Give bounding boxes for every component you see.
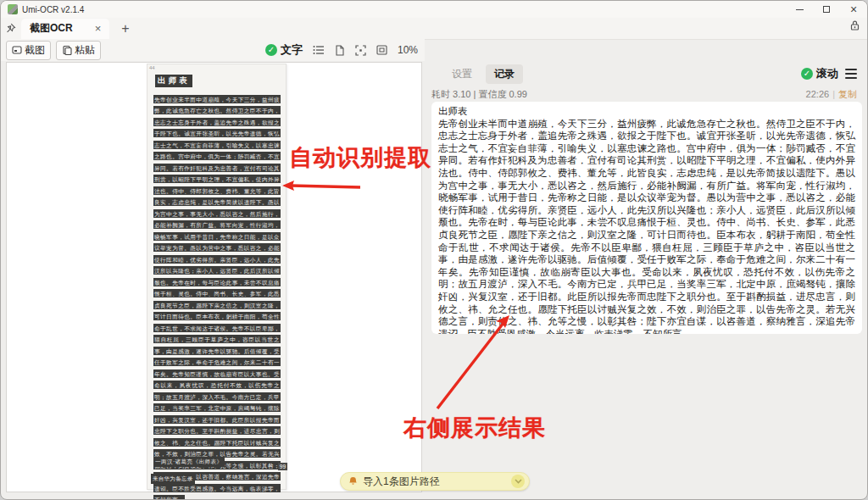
screenshot-button[interactable]: 截图 bbox=[6, 41, 51, 60]
notification-message: 导入1条图片路径 bbox=[363, 475, 440, 489]
timestamp: 22:26 bbox=[806, 89, 830, 99]
paste-label: 粘贴 bbox=[75, 43, 95, 58]
paste-button[interactable]: 粘贴 bbox=[56, 41, 101, 60]
elapsed-confidence: 耗时 3.10 | 置信度 0.99 bbox=[431, 88, 527, 101]
save-file-icon bbox=[335, 45, 345, 56]
records-menu-button[interactable] bbox=[845, 69, 857, 80]
maximize-button[interactable] bbox=[813, 1, 840, 18]
pin-button[interactable] bbox=[1, 19, 19, 38]
screenshot-label: 截图 bbox=[25, 43, 45, 58]
screenshot-icon bbox=[12, 45, 22, 55]
tab-records[interactable]: 记录 bbox=[486, 64, 523, 84]
minimize-icon bbox=[796, 9, 804, 10]
new-tab-button[interactable]: + bbox=[118, 22, 132, 36]
tab-screenshot-ocr[interactable]: 截图OCR × bbox=[21, 19, 109, 39]
chevron-down-icon bbox=[515, 479, 522, 484]
crop-corners-icon bbox=[355, 45, 366, 56]
tab-bar: 截图OCR × + bbox=[1, 18, 867, 40]
fit-view-button[interactable] bbox=[355, 45, 366, 56]
result-body: 先帝创业未半而中道崩殖，今天下三分，益州疲弊，此诚危急存亡之秋也。然侍卫之臣不于… bbox=[438, 118, 855, 334]
annotation-right-result: 右侧展示结果 bbox=[403, 413, 546, 443]
window-icon bbox=[376, 45, 387, 55]
window-view-button[interactable] bbox=[376, 45, 387, 55]
result-meta-row: 耗时 3.10 | 置信度 0.99 22:26 | 复制 bbox=[431, 87, 857, 101]
app-window: Umi-OCR v2.1.4 × 截图OCR × + bbox=[0, 0, 868, 500]
ocr-preview-image: 44 出师表 先帝创业未半而中道崩殖，今天下三分，益州疲弊，此诚危急存亡之秋也。… bbox=[147, 64, 287, 490]
close-button[interactable]: × bbox=[840, 1, 867, 18]
check-icon: ✓ bbox=[801, 68, 813, 80]
annotation-arrow-up-right bbox=[427, 313, 515, 413]
separator: | bbox=[832, 89, 835, 99]
save-file-button[interactable] bbox=[335, 45, 345, 56]
result-pane-header: 设置 记录 ✓ 滚动 bbox=[426, 64, 865, 84]
check-icon: ✓ bbox=[265, 44, 277, 56]
preview-title: 出师表 bbox=[155, 75, 192, 87]
preview-source: 来自华为备忘录 bbox=[151, 474, 195, 484]
tab-label: 截图OCR bbox=[30, 21, 73, 36]
list-icon bbox=[313, 45, 325, 55]
text-mode-toggle[interactable]: ✓ 文字 bbox=[265, 42, 303, 58]
text-mode-label: 文字 bbox=[281, 42, 303, 58]
app-logo-icon bbox=[8, 4, 18, 14]
lock-icon bbox=[849, 19, 860, 31]
title-bar: Umi-OCR v2.1.4 × bbox=[1, 1, 867, 18]
preview-badge: 99 bbox=[278, 463, 287, 470]
tab-close-icon[interactable]: × bbox=[95, 23, 102, 34]
tab-settings[interactable]: 设置 bbox=[443, 64, 481, 84]
zoom-level[interactable]: 10% bbox=[398, 44, 418, 56]
minimize-button[interactable] bbox=[786, 1, 813, 18]
paste-icon bbox=[62, 45, 72, 55]
lock-layout-button[interactable] bbox=[849, 19, 860, 31]
notification-collapse-button[interactable] bbox=[511, 475, 525, 488]
left-toolbar: 截图 粘贴 ✓ 文字 bbox=[1, 39, 425, 61]
notification-toast[interactable]: 导入1条图片路径 bbox=[340, 472, 530, 491]
preview-footer: 一两汉·诸葛亮《出师表》 bbox=[153, 457, 225, 467]
ocr-result-card: 出师表 先帝创业未半而中道崩殖，今天下三分，益州疲弊，此诚危急存亡之秋也。然侍卫… bbox=[431, 102, 862, 334]
maximize-icon bbox=[823, 6, 830, 13]
window-title: Umi-OCR v2.1.4 bbox=[22, 5, 84, 14]
preview-corner-mark: 44 bbox=[149, 65, 155, 70]
scroll-toggle[interactable]: ✓ 滚动 bbox=[801, 66, 838, 81]
result-list-button[interactable] bbox=[313, 45, 325, 55]
preview-body-text: 先帝创业未半而中道崩殖，今天下三分，益州疲弊，此诚危急存亡之秋也。然侍卫之臣不于… bbox=[153, 93, 281, 500]
pin-icon bbox=[5, 23, 16, 34]
result-title: 出师表 bbox=[438, 105, 855, 118]
bell-icon bbox=[348, 476, 358, 486]
copy-button[interactable]: 复制 bbox=[838, 88, 857, 101]
image-canvas[interactable]: 44 出师表 先帝创业未半而中道崩殖，今天下三分，益州疲弊，此诚危急存亡之秋也。… bbox=[6, 62, 422, 492]
scroll-label: 滚动 bbox=[816, 66, 838, 81]
annotation-auto-extract: 自动识别提取 bbox=[289, 142, 431, 173]
annotation-arrow-left bbox=[279, 177, 365, 196]
